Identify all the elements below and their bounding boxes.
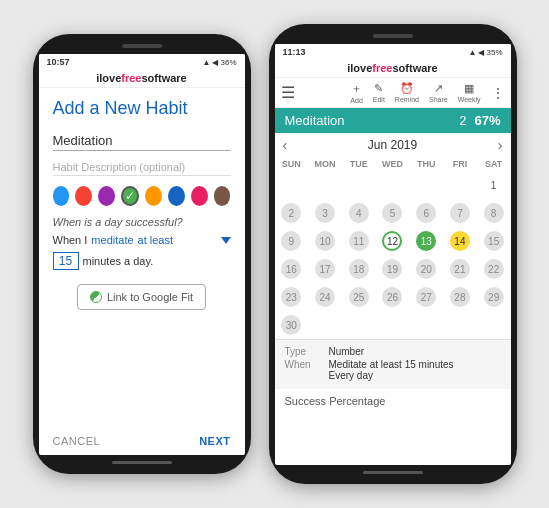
- signal-icon: ▲: [203, 58, 211, 67]
- cal-day-20[interactable]: 20: [409, 255, 443, 283]
- cal-day-29[interactable]: 29: [477, 283, 511, 311]
- right-toolbar: ☰ ＋ Add ✎ Edit ⏰ Remind ↗ Share: [275, 78, 511, 108]
- dropdown-arrow-icon[interactable]: [221, 237, 231, 244]
- cal-day-18[interactable]: 18: [342, 255, 376, 283]
- cal-day-24[interactable]: 24: [308, 283, 342, 311]
- cal-day-28[interactable]: 28: [443, 283, 477, 311]
- cal-day-14[interactable]: 14: [443, 227, 477, 255]
- left-status-bar: 10:57 ▲ ◀ 36%: [39, 54, 245, 70]
- habit-description-placeholder[interactable]: Habit Description (optional): [53, 159, 231, 176]
- cal-day-6[interactable]: 6: [409, 199, 443, 227]
- color-purple[interactable]: [98, 186, 115, 206]
- cal-day-11[interactable]: 11: [342, 227, 376, 255]
- cal-day-7[interactable]: 7: [443, 199, 477, 227]
- cal-empty: [477, 311, 511, 339]
- cal-day-10[interactable]: 10: [308, 227, 342, 255]
- cal-empty: [376, 171, 410, 199]
- col-wed: WED: [376, 157, 410, 171]
- color-green[interactable]: ✓: [121, 186, 139, 206]
- cal-empty: [342, 171, 376, 199]
- action-row: CANCEL NEXT: [53, 429, 231, 447]
- color-darkblue[interactable]: [168, 186, 185, 206]
- calendar-month: Jun 2019: [368, 138, 417, 152]
- success-question: When is a day successful?: [53, 216, 231, 228]
- right-home-bar: [363, 471, 423, 474]
- reminder-icon[interactable]: ⏰ Remind: [395, 82, 419, 103]
- scene: 10:57 ▲ ◀ 36% ilovefreesoftware Add a Ne…: [0, 0, 549, 508]
- left-phone: 10:57 ▲ ◀ 36% ilovefreesoftware Add a Ne…: [33, 34, 251, 474]
- right-wifi-icon: ◀: [478, 48, 484, 57]
- brand-ilove: ilove: [96, 72, 121, 84]
- cal-empty: [308, 311, 342, 339]
- cal-day-16[interactable]: 16: [275, 255, 309, 283]
- share-icon[interactable]: ↗ Share: [429, 82, 448, 103]
- when-info-value: Meditate at least 15 minutes Every day: [329, 359, 454, 381]
- brand-free: free: [121, 72, 141, 84]
- success-section: Success Percentage: [275, 389, 511, 417]
- left-main-content: Add a New Habit Habit Description (optio…: [39, 88, 245, 455]
- when-action: meditate: [91, 234, 133, 246]
- google-fit-icon: [90, 291, 102, 303]
- cal-day-21[interactable]: 21: [443, 255, 477, 283]
- left-home-bar: [112, 461, 172, 464]
- menu-icon[interactable]: ☰: [281, 83, 295, 102]
- next-month-button[interactable]: ›: [498, 137, 503, 153]
- when-info-row: When Meditate at least 15 minutes Every …: [285, 359, 501, 381]
- color-pink[interactable]: [191, 186, 208, 206]
- color-brown[interactable]: [214, 186, 231, 206]
- cal-day-13[interactable]: 13: [409, 227, 443, 255]
- color-orange[interactable]: [145, 186, 162, 206]
- habit-name-input[interactable]: [53, 131, 231, 151]
- cal-day-8[interactable]: 8: [477, 199, 511, 227]
- cal-empty: [342, 311, 376, 339]
- minutes-input[interactable]: [53, 252, 79, 270]
- cal-day-15[interactable]: 15: [477, 227, 511, 255]
- right-signal-icon: ▲: [469, 48, 477, 57]
- weekly-icon[interactable]: ▦ Weekly: [458, 82, 481, 103]
- cancel-button[interactable]: CANCEL: [53, 435, 101, 447]
- cal-day-9[interactable]: 9: [275, 227, 309, 255]
- edit-icon[interactable]: ✎ Edit: [373, 82, 385, 103]
- cal-empty: [443, 311, 477, 339]
- right-screen: 11:13 ▲ ◀ 35% ilovefreesoftware ☰ ＋ Add: [275, 44, 511, 465]
- cal-empty: [376, 311, 410, 339]
- more-icon[interactable]: ⋮: [491, 85, 505, 101]
- cal-day-17[interactable]: 17: [308, 255, 342, 283]
- add-icon[interactable]: ＋ Add: [350, 81, 362, 104]
- col-mon: MON: [308, 157, 342, 171]
- cal-day-25[interactable]: 25: [342, 283, 376, 311]
- cal-day-19[interactable]: 19: [376, 255, 410, 283]
- google-fit-button[interactable]: Link to Google Fit: [77, 284, 206, 310]
- when-label: When I: [53, 234, 88, 246]
- cal-empty: [409, 171, 443, 199]
- right-status-icons: ▲ ◀ 35%: [469, 48, 503, 57]
- left-speaker: [122, 44, 162, 48]
- battery-icon: 36%: [220, 58, 236, 67]
- cal-day-26[interactable]: 26: [376, 283, 410, 311]
- cal-day-22[interactable]: 22: [477, 255, 511, 283]
- cal-day-30[interactable]: 30: [275, 311, 309, 339]
- info-section: Type Number When Meditate at least 15 mi…: [275, 339, 511, 389]
- when-row: When I meditate at least: [53, 234, 231, 246]
- calendar-grid: SUN MON TUE WED THU FRI SAT 1 2 3 4 5: [275, 157, 511, 339]
- cal-day-4[interactable]: 4: [342, 199, 376, 227]
- habit-stats: 2 67%: [459, 113, 500, 128]
- cal-day-5[interactable]: 5: [376, 199, 410, 227]
- cal-day-3[interactable]: 3: [308, 199, 342, 227]
- right-time: 11:13: [283, 47, 306, 57]
- cal-day-23[interactable]: 23: [275, 283, 309, 311]
- right-status-bar: 11:13 ▲ ◀ 35%: [275, 44, 511, 60]
- cal-day-2[interactable]: 2: [275, 199, 309, 227]
- cal-day-27[interactable]: 27: [409, 283, 443, 311]
- col-tue: TUE: [342, 157, 376, 171]
- prev-month-button[interactable]: ‹: [283, 137, 288, 153]
- wifi-icon: ◀: [212, 58, 218, 67]
- col-fri: FRI: [443, 157, 477, 171]
- cal-day-1[interactable]: 1: [477, 171, 511, 199]
- brand-software: software: [142, 72, 187, 84]
- color-red[interactable]: [75, 186, 92, 206]
- habit-header: Meditation 2 67%: [275, 108, 511, 133]
- cal-day-12[interactable]: 12: [376, 227, 410, 255]
- color-blue[interactable]: [53, 186, 70, 206]
- next-button[interactable]: NEXT: [199, 435, 230, 447]
